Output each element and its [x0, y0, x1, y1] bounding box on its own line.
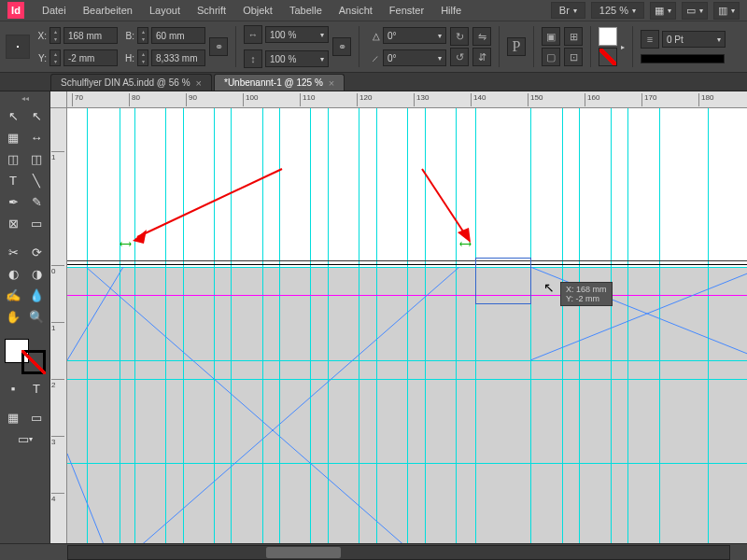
- menu-objekt[interactable]: Objekt: [234, 2, 281, 19]
- note-tool[interactable]: ✍: [2, 285, 24, 305]
- y-stepper[interactable]: ▴▾: [49, 49, 61, 66]
- apply-type-icon[interactable]: T: [25, 378, 48, 399]
- guide-horizontal[interactable]: [67, 463, 747, 464]
- horizontal-ruler[interactable]: 70 80 90 100 110 120 130 140 150 160 170…: [67, 91, 747, 108]
- rectangle-tool[interactable]: ▭: [25, 213, 48, 233]
- flip-h-icon[interactable]: ⇋: [472, 27, 491, 46]
- h-stepper[interactable]: ▴▾: [137, 49, 148, 66]
- shear-dropdown[interactable]: 0°▾: [383, 49, 446, 66]
- menu-ansicht[interactable]: Ansicht: [331, 2, 381, 19]
- selected-frame[interactable]: [475, 258, 531, 304]
- rotate-cw-icon[interactable]: ↻: [450, 27, 469, 46]
- guide-vertical[interactable]: [659, 108, 660, 543]
- w-input[interactable]: [151, 27, 205, 44]
- scale-x-dropdown[interactable]: 100 %▾: [265, 26, 329, 43]
- menu-fenster[interactable]: Fenster: [381, 2, 432, 19]
- zoom-tool[interactable]: 🔍: [25, 306, 48, 327]
- gradient-feather-tool[interactable]: ◑: [25, 263, 48, 284]
- screen-mode-tool[interactable]: ▭ ▾: [2, 428, 48, 449]
- guide-horizontal[interactable]: [67, 267, 747, 268]
- apply-color-icon[interactable]: ▪: [2, 378, 24, 399]
- guide-horizontal[interactable]: [67, 360, 747, 361]
- direct-selection-tool[interactable]: ↖: [25, 105, 48, 126]
- x-input[interactable]: [63, 27, 118, 44]
- pen-tool[interactable]: ✒: [2, 191, 24, 212]
- guide-vertical[interactable]: [708, 108, 709, 543]
- menu-hilfe[interactable]: Hilfe: [432, 2, 470, 19]
- flip-v-icon[interactable]: ⇵: [472, 48, 491, 66]
- menu-bearbeiten[interactable]: Bearbeiten: [75, 2, 141, 19]
- fill-stroke-swatch[interactable]: [5, 339, 46, 374]
- document-tab-2[interactable]: *Unbenannt-1 @ 125 % ×: [214, 74, 345, 91]
- guide-vertical[interactable]: [310, 108, 311, 543]
- guide-vertical[interactable]: [328, 108, 329, 543]
- close-icon[interactable]: ×: [196, 77, 202, 89]
- content-placer-tool[interactable]: ◫: [25, 148, 48, 169]
- eyedropper-tool[interactable]: 💧: [25, 285, 48, 305]
- page-tool[interactable]: ▦: [2, 127, 24, 147]
- select-content-icon[interactable]: ▣: [542, 27, 560, 46]
- svg-marker-9: [458, 228, 471, 243]
- pencil-tool[interactable]: ✎: [25, 191, 48, 212]
- hand-tool[interactable]: ✋: [2, 306, 24, 327]
- fill-swatch-icon[interactable]: [599, 27, 617, 46]
- normal-view-icon[interactable]: ▦: [2, 407, 24, 427]
- ruler-origin[interactable]: [50, 91, 67, 108]
- scissors-tool[interactable]: ✂: [2, 242, 24, 262]
- scale-y-dropdown[interactable]: 100 %▾: [265, 50, 329, 67]
- screen-mode-icon[interactable]: ▭▾: [682, 2, 708, 20]
- stroke-color-icon[interactable]: [21, 350, 46, 374]
- constrain-proportions-icon[interactable]: ⚭: [209, 37, 228, 56]
- stroke-weight-dropdown[interactable]: 0 Pt▾: [662, 31, 726, 48]
- stroke-style-dropdown[interactable]: [641, 54, 725, 63]
- menu-layout[interactable]: Layout: [141, 2, 189, 19]
- line-tool[interactable]: ╲: [25, 170, 48, 190]
- guide-vertical[interactable]: [87, 108, 88, 543]
- panel-grip-icon[interactable]: ◂◂: [2, 93, 48, 103]
- content-collector-tool[interactable]: ◫: [2, 148, 24, 169]
- constrain-scale-icon[interactable]: ⚭: [332, 37, 351, 56]
- guide-vertical[interactable]: [359, 108, 359, 543]
- h-input[interactable]: [151, 49, 205, 66]
- selection-tool[interactable]: ↖: [2, 105, 24, 126]
- document-canvas[interactable]: ⟷ ⟷ ↖ X: 168 mm Y: -2 mm: [67, 108, 747, 543]
- stroke-swatch-icon[interactable]: [599, 48, 617, 66]
- x-stepper[interactable]: ▴▾: [49, 27, 61, 44]
- guide-vertical[interactable]: [562, 108, 563, 543]
- swatch-dropdown-icon[interactable]: ▸: [621, 43, 625, 51]
- gap-tool[interactable]: ↔: [25, 127, 48, 147]
- w-stepper[interactable]: ▴▾: [137, 27, 148, 44]
- rotate-dropdown[interactable]: 0°▾: [383, 27, 446, 44]
- guide-horizontal[interactable]: [67, 379, 747, 380]
- gradient-swatch-tool[interactable]: ◐: [2, 263, 24, 284]
- arrange-icon[interactable]: ▥▾: [713, 2, 740, 20]
- paragraph-style-icon[interactable]: P: [507, 37, 526, 56]
- rotate-ccw-icon[interactable]: ↺: [450, 48, 469, 66]
- menu-tabelle[interactable]: Tabelle: [281, 2, 331, 19]
- guide-vertical[interactable]: [611, 108, 612, 543]
- close-icon[interactable]: ×: [329, 77, 334, 89]
- type-tool[interactable]: T: [2, 170, 24, 190]
- horizontal-scrollbar[interactable]: [67, 545, 730, 560]
- scrollbar-thumb[interactable]: [266, 547, 341, 558]
- fit-content-icon[interactable]: ⊞: [564, 27, 583, 46]
- fit-frame-icon[interactable]: ⊡: [564, 48, 583, 66]
- document-tab-1[interactable]: Schulflyer DIN A5.indd @ 56 % ×: [50, 74, 212, 91]
- menu-schrift[interactable]: Schrift: [189, 2, 234, 19]
- select-container-icon[interactable]: ▢: [542, 48, 560, 66]
- guide-vertical[interactable]: [120, 108, 120, 543]
- menu-datei[interactable]: Datei: [34, 2, 75, 19]
- guide-vertical[interactable]: [407, 108, 408, 543]
- view-options-icon[interactable]: ▦▾: [650, 2, 676, 20]
- guide-vertical[interactable]: [579, 108, 580, 543]
- guide-vertical[interactable]: [376, 108, 377, 543]
- bridge-button[interactable]: Br▾: [551, 2, 585, 19]
- free-transform-tool[interactable]: ⟳: [25, 242, 48, 262]
- y-input[interactable]: [63, 49, 118, 66]
- guide-vertical[interactable]: [627, 108, 628, 543]
- vertical-ruler[interactable]: 1 0 1 2 3 4: [50, 108, 67, 543]
- reference-point-selector[interactable]: [6, 35, 30, 59]
- zoom-level-dropdown[interactable]: 125 %▾: [591, 2, 644, 19]
- rectangle-frame-tool[interactable]: ⊠: [2, 213, 24, 233]
- preview-view-icon[interactable]: ▭: [25, 407, 48, 427]
